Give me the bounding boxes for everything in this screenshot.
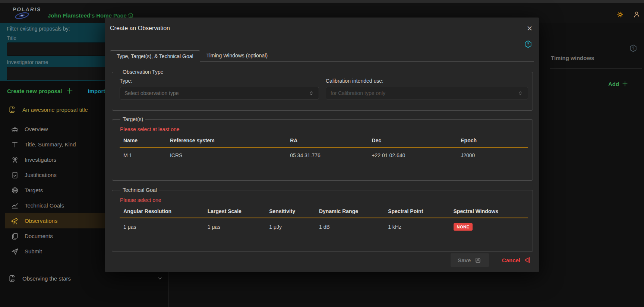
- targets-validation-message: Please select at least one: [120, 126, 528, 132]
- target-epoch: J2000: [457, 147, 528, 163]
- window-top-strip: [0, 0, 644, 3]
- calibration-use-label: Calibration intended use:: [326, 78, 528, 84]
- theme-sun-icon[interactable]: [616, 11, 624, 18]
- documents-copy-icon: [11, 232, 19, 240]
- plus-icon: [622, 80, 628, 87]
- column-header: Dynamic Range: [315, 204, 384, 218]
- app-root: POLARIS John Flamsteed's Home Page Filte…: [0, 0, 644, 307]
- add-timing-window-button[interactable]: Add: [608, 80, 628, 87]
- column-header: Name: [120, 133, 166, 147]
- targets-table: Name Reference system RA Dec Epoch M 1 I…: [120, 133, 528, 163]
- select-stepper-icon: [308, 90, 314, 96]
- sidebar-item-label: Submit: [25, 248, 42, 254]
- column-header: Reference system: [166, 133, 286, 147]
- target-dec: +22 01 02.640: [368, 147, 457, 163]
- modal-footer: Save Cancel: [451, 253, 531, 267]
- technical-goal-table: Angular Resolution Largest Scale Sensiti…: [120, 204, 528, 235]
- column-header: Spectral Windows: [450, 204, 528, 218]
- targets-header-row: Name Reference system RA Dec Epoch: [120, 133, 528, 147]
- column-header: RA: [286, 133, 368, 147]
- cancel-skip-back-icon: [523, 256, 531, 264]
- targets-legend: Target(s): [120, 116, 145, 122]
- other-proposal-item[interactable]: Observing the stars: [0, 271, 168, 286]
- cancel-label: Cancel: [502, 257, 520, 263]
- cancel-button[interactable]: Cancel: [502, 256, 531, 264]
- chart-icon: [11, 202, 19, 210]
- angular-resolution-value: 1 μas: [120, 218, 204, 235]
- spectral-point-value: 1 kHz: [384, 218, 449, 235]
- sidebar-item-label: Overview: [25, 126, 48, 132]
- galaxy-swirl-icon: [13, 11, 31, 20]
- save-floppy-icon: [474, 257, 482, 264]
- column-header: Angular Resolution: [120, 204, 204, 218]
- tab-type-targets-technical-goal[interactable]: Type, Target(s), & Technical Goal: [110, 50, 200, 62]
- sidebar-item-label: Documents: [25, 233, 53, 239]
- paper-plane-icon: [11, 247, 19, 256]
- dynamic-range-value: 1 dB: [315, 218, 384, 235]
- technical-goal-header-row: Angular Resolution Largest Scale Sensiti…: [120, 204, 528, 218]
- target-name: M 1: [120, 147, 166, 163]
- column-header: Epoch: [457, 133, 528, 147]
- target-ra: 05 34 31.776: [286, 147, 368, 163]
- calibration-use-placeholder: for Calibration type only: [331, 90, 517, 96]
- observation-type-legend: Observation Type: [120, 69, 165, 75]
- sensitivity-value: 1 μJy: [265, 218, 315, 235]
- document-check-icon: [11, 171, 19, 179]
- target-reference-system: ICRS: [166, 147, 286, 163]
- observation-type-select[interactable]: Select observation type: [120, 87, 319, 99]
- sidebar-item-label: Investigators: [25, 156, 56, 163]
- create-observation-modal: Create an Observation ✕ ? Type, Target(s…: [105, 18, 539, 272]
- column-header: Spectral Point: [384, 204, 449, 218]
- add-label: Add: [608, 81, 619, 87]
- observation-type-section: Observation Type Type: Select observatio…: [112, 69, 533, 111]
- telescope-icon: [11, 217, 19, 225]
- save-label: Save: [458, 257, 471, 263]
- scroll-icon: [8, 274, 16, 282]
- bullseye-icon: [11, 186, 19, 194]
- chevron-down-icon[interactable]: [157, 275, 163, 282]
- proposal-title-label: An awesome proposal title: [22, 107, 88, 113]
- target-row[interactable]: M 1 ICRS 05 34 31.776 +22 01 02.640 J200…: [120, 147, 528, 163]
- tab-timing-windows[interactable]: Timing Windows (optional): [200, 50, 274, 61]
- save-button[interactable]: Save: [451, 253, 489, 267]
- sidebar-item-label: Title, Summary, Kind: [25, 141, 76, 148]
- scroll-icon: [8, 105, 16, 114]
- people-icon: [11, 156, 19, 164]
- sidebar-item-label: Targets: [25, 187, 43, 193]
- user-profile-icon[interactable]: [633, 10, 641, 18]
- sidebar-item-label: Observations: [25, 218, 57, 224]
- observation-type-placeholder: Select observation type: [124, 90, 308, 96]
- largest-scale-value: 1 μas: [204, 218, 265, 235]
- modal-tab-bar: Type, Target(s), & Technical Goal Timing…: [110, 50, 534, 62]
- targets-section: Target(s) Please select at least one Nam…: [112, 116, 533, 181]
- other-proposal-label: Observing the stars: [22, 275, 71, 282]
- ufo-icon: [11, 125, 19, 133]
- technical-goal-section: Technical Goal Please select one Angular…: [112, 187, 533, 252]
- letter-t-icon: [11, 140, 19, 149]
- help-icon[interactable]: ?: [524, 40, 532, 48]
- sidebar-item-label: Justifications: [25, 172, 57, 178]
- help-icon[interactable]: ?: [629, 44, 637, 53]
- technical-goal-row[interactable]: 1 μas 1 μas 1 μJy 1 dB 1 kHz NONE: [120, 218, 528, 235]
- spectral-windows-none-badge: NONE: [454, 223, 473, 231]
- technical-goal-legend: Technical Goal: [120, 187, 159, 193]
- column-header: Dec: [368, 133, 457, 147]
- help-glyph: ?: [632, 46, 634, 50]
- column-header: Largest Scale: [204, 204, 265, 218]
- create-new-proposal-button[interactable]: Create new proposal: [7, 88, 62, 94]
- technical-goal-validation-message: Please select one: [120, 197, 528, 203]
- column-header: Sensitivity: [265, 204, 315, 218]
- close-icon[interactable]: ✕: [527, 25, 533, 32]
- plus-icon[interactable]: [66, 87, 73, 95]
- timing-windows-heading: Timing windows: [551, 55, 594, 61]
- modal-title: Create an Observation: [110, 25, 170, 32]
- help-glyph: ?: [527, 42, 529, 46]
- type-label: Type:: [120, 78, 319, 84]
- sidebar-item-label: Technical Goals: [25, 202, 64, 209]
- timing-windows-divider: [550, 68, 642, 69]
- polaris-logo[interactable]: POLARIS: [13, 6, 42, 20]
- select-stepper-icon: [517, 90, 523, 96]
- polaris-logo-text: POLARIS: [12, 6, 43, 12]
- calibration-use-select[interactable]: for Calibration type only: [326, 87, 528, 99]
